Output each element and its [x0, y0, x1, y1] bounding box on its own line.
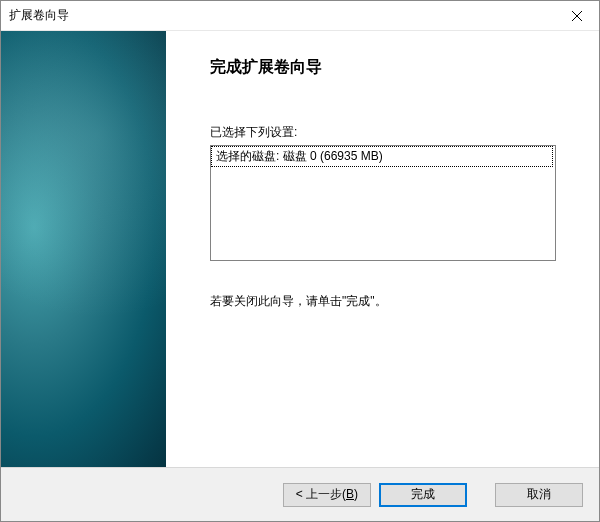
instruction-text: 若要关闭此向导，请单击"完成"。: [210, 293, 573, 310]
close-icon: [572, 11, 582, 21]
window-title: 扩展卷向导: [9, 7, 69, 24]
settings-listbox[interactable]: 选择的磁盘: 磁盘 0 (66935 MB): [210, 145, 556, 261]
back-button[interactable]: < 上一步(B): [283, 483, 371, 507]
wizard-sidebar-image: [1, 31, 166, 467]
footer-button-bar: < 上一步(B) 完成 取消: [1, 467, 599, 521]
page-title: 完成扩展卷向导: [210, 57, 573, 78]
back-button-suffix: ): [354, 487, 358, 501]
close-button[interactable]: [554, 1, 599, 31]
titlebar: 扩展卷向导: [1, 1, 599, 31]
finish-button[interactable]: 完成: [379, 483, 467, 507]
body-area: 完成扩展卷向导 已选择下列设置: 选择的磁盘: 磁盘 0 (66935 MB) …: [1, 31, 599, 467]
settings-label: 已选择下列设置:: [210, 124, 573, 141]
wizard-window: 扩展卷向导 完成扩展卷向导 已选择下列设置: 选择的磁盘: 磁盘 0 (6693…: [0, 0, 600, 522]
content-panel: 完成扩展卷向导 已选择下列设置: 选择的磁盘: 磁盘 0 (66935 MB) …: [166, 31, 599, 467]
back-button-prefix: < 上一步(: [296, 487, 346, 501]
back-button-accesskey: B: [346, 487, 354, 501]
cancel-button[interactable]: 取消: [495, 483, 583, 507]
settings-list-item[interactable]: 选择的磁盘: 磁盘 0 (66935 MB): [211, 146, 553, 167]
